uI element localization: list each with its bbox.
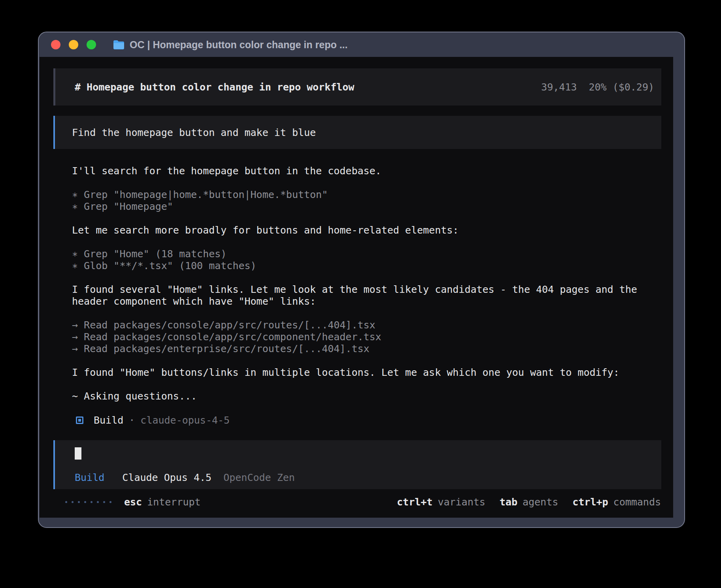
input-footer: Build Claude Opus 4.5 OpenCode Zen	[75, 472, 661, 484]
titlebar[interactable]: OC | Homepage button color change in rep…	[39, 32, 684, 57]
agent-square-icon	[76, 416, 83, 424]
tool-call-line: → Read packages/enterprise/src/routes/[.…	[72, 343, 665, 355]
assistant-text-line: I found several "Home" links. Let me loo…	[72, 284, 665, 307]
spinner-dot	[103, 501, 105, 503]
shortcut-variants: ctrl+tvariants	[397, 496, 485, 508]
context-usage: 20% ($0.29)	[589, 81, 654, 93]
tool-call-group: → Read packages/console/app/src/routes/[…	[72, 319, 665, 355]
folder-icon	[113, 40, 125, 50]
assistant-text-line: I found "Home" buttons/links in multiple…	[72, 367, 665, 379]
assistant-transcript: I'll search for the homepage button in t…	[72, 165, 665, 402]
status-bar-left: esc interrupt	[65, 496, 201, 508]
tool-call-line: → Read packages/console/app/src/componen…	[72, 331, 665, 343]
tool-call-line: ∗ Grep "Home" (18 matches)	[72, 248, 665, 260]
shortcut-key: ctrl+t	[397, 496, 432, 508]
agent-name: Build	[94, 415, 123, 426]
window-title: OC | Homepage button color change in rep…	[130, 39, 347, 51]
spinner-dot	[91, 501, 92, 503]
session-stats: 39,413 20% ($0.29)	[541, 81, 654, 93]
spinner-dot	[97, 501, 99, 503]
zoom-button[interactable]	[87, 40, 96, 49]
session-title: # Homepage button color change in repo w…	[75, 81, 354, 93]
session-header: # Homepage button color change in repo w…	[53, 68, 661, 106]
esc-key-action: interrupt	[147, 496, 200, 508]
user-message-text: Find the homepage button and make it blu…	[72, 127, 316, 138]
input-model-label[interactable]: Claude Opus 4.5	[122, 472, 211, 483]
assistant-text-block: I found several "Home" links. Let me loo…	[72, 284, 665, 307]
shortcut-agents: tabagents	[500, 496, 558, 508]
working-spinner-dots	[65, 501, 111, 503]
terminal-content: # Homepage button color change in repo w…	[40, 57, 673, 518]
model-id: claude-opus-4-5	[140, 415, 230, 426]
text-cursor	[75, 447, 81, 460]
tool-call-line: → Read packages/console/app/src/routes/[…	[72, 319, 665, 331]
tool-call-line: ∗ Grep "homepage|home.*button|Home.*butt…	[72, 189, 665, 201]
spinner-dot	[78, 501, 80, 503]
agent-status-line: Build · claude-opus-4-5	[76, 414, 673, 426]
input-agent-label[interactable]: Build	[75, 472, 104, 483]
assistant-text-block: ~ Asking questions...	[72, 390, 665, 402]
spinner-dot	[65, 501, 67, 503]
shortcut-label: agents	[523, 496, 558, 508]
spinner-dot	[109, 501, 111, 503]
minimize-button[interactable]	[69, 40, 78, 49]
esc-key-hint: esc	[124, 496, 142, 508]
separator-dot: ·	[129, 415, 135, 426]
shortcut-key: ctrl+p	[572, 496, 608, 508]
assistant-text-block: I found "Home" buttons/links in multiple…	[72, 367, 665, 379]
assistant-text-line: ~ Asking questions...	[72, 390, 665, 402]
prompt-input[interactable]: Build Claude Opus 4.5 OpenCode Zen	[53, 440, 661, 489]
shortcut-label: variants	[438, 496, 485, 508]
assistant-text-line: Let me search more broadly for buttons a…	[72, 224, 665, 236]
tool-call-line: ∗ Glob "**/*.tsx" (100 matches)	[72, 260, 665, 272]
tool-call-group: ∗ Grep "Home" (18 matches)∗ Glob "**/*.t…	[72, 248, 665, 272]
terminal-window: OC | Homepage button color change in rep…	[38, 32, 685, 528]
traffic-lights	[51, 40, 96, 49]
token-count: 39,413	[541, 81, 577, 93]
user-message: Find the homepage button and make it blu…	[53, 116, 661, 149]
close-button[interactable]	[51, 40, 60, 49]
shortcut-key: tab	[500, 496, 517, 508]
assistant-text-block: Let me search more broadly for buttons a…	[72, 224, 665, 236]
status-bar: esc interrupt ctrl+tvariantstabagentsctr…	[40, 493, 673, 511]
keyboard-shortcuts: ctrl+tvariantstabagentsctrl+pcommands	[397, 496, 661, 508]
spinner-dot	[84, 501, 86, 503]
shortcut-label: commands	[613, 496, 661, 508]
shortcut-commands: ctrl+pcommands	[572, 496, 661, 508]
tool-call-line: ∗ Grep "Homepage"	[72, 201, 665, 213]
tool-call-group: ∗ Grep "homepage|home.*button|Home.*butt…	[72, 189, 665, 213]
input-provider-label: OpenCode Zen	[223, 472, 295, 483]
assistant-text-block: I'll search for the homepage button in t…	[72, 165, 665, 177]
spinner-dot	[72, 501, 74, 503]
assistant-text-line: I'll search for the homepage button in t…	[72, 165, 665, 177]
